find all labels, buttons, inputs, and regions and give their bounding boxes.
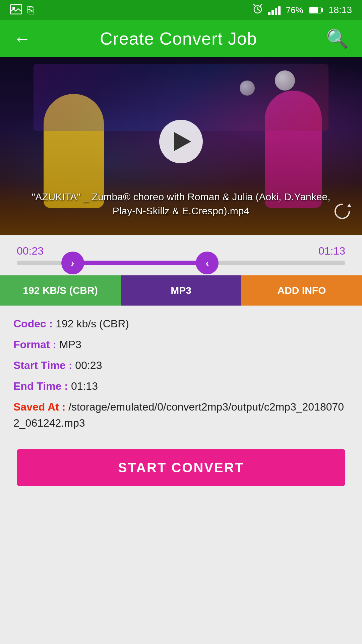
alarm-icon	[253, 4, 263, 16]
replay-button[interactable]	[333, 202, 352, 225]
bottom-area	[0, 499, 362, 644]
addinfo-button[interactable]: ADD INFO	[241, 275, 362, 306]
info-section: Codec : 192 kb/s (CBR) Format : MP3 Star…	[0, 306, 362, 446]
savedat-row: Saved At : /storage/emulated/0/convert2m…	[13, 399, 349, 431]
starttime-label: Start Time :	[13, 359, 72, 371]
action-buttons: 192 KB/S (CBR) MP3 ADD INFO	[0, 275, 362, 306]
chevron-right-icon: ›	[71, 257, 74, 269]
status-bar-left: ⎘	[10, 4, 34, 16]
format-value: MP3	[59, 338, 81, 351]
battery-icon	[309, 7, 323, 13]
start-convert-section: START CONVERT	[0, 446, 362, 499]
codec-row: Codec : 192 kb/s (CBR)	[13, 316, 349, 332]
play-button[interactable]	[159, 120, 203, 163]
starttime-value: 00:23	[75, 359, 102, 371]
svg-rect-0	[10, 5, 22, 14]
codec-label: Codec :	[13, 318, 53, 330]
play-icon	[174, 132, 191, 151]
endtime-value: 01:13	[71, 380, 98, 392]
slider-thumb-start[interactable]: ›	[61, 252, 84, 274]
page-title: Create Convert Job	[100, 29, 257, 49]
status-bar: ⎘ 76% 18:13	[0, 0, 362, 20]
end-time-label: 01:13	[318, 245, 345, 257]
starttime-row: Start Time : 00:23	[13, 357, 349, 373]
chevron-left-icon: ‹	[205, 257, 209, 269]
format-row: Format : MP3	[13, 336, 349, 353]
status-bar-right: 76% 18:13	[253, 4, 352, 16]
svg-line-5	[254, 4, 255, 6]
slider-track[interactable]: › ‹	[17, 261, 345, 265]
video-player[interactable]: "AZUKITA" _ Zumba® choreo with Roman & J…	[0, 57, 362, 235]
savedat-label: Saved At :	[13, 401, 65, 413]
codec-button[interactable]: 192 KB/S (CBR)	[0, 275, 121, 306]
start-time-label: 00:23	[17, 245, 44, 257]
svg-marker-7	[347, 204, 351, 207]
search-button[interactable]: 🔍	[326, 28, 349, 49]
gallery-icon	[10, 4, 22, 16]
back-button[interactable]: ←	[13, 29, 31, 49]
svg-line-6	[260, 4, 262, 6]
start-convert-button[interactable]: START CONVERT	[17, 449, 345, 486]
endtime-row: End Time : 01:13	[13, 378, 349, 394]
battery-percent: 76%	[286, 5, 303, 15]
slider-fill	[76, 261, 207, 265]
headphone-icon: ⎘	[27, 4, 34, 16]
video-title: "AZUKITA" _ Zumba® choreo with Roman & J…	[0, 190, 362, 218]
slider-thumb-end[interactable]: ‹	[196, 252, 219, 274]
format-button[interactable]: MP3	[121, 275, 241, 306]
format-label: Format :	[13, 338, 56, 351]
signal-icon	[268, 5, 281, 15]
svg-line-4	[258, 9, 259, 10]
endtime-label: End Time :	[13, 380, 68, 392]
toolbar: ← Create Convert Job 🔍	[0, 20, 362, 57]
time-range-section: 00:23 01:13 › ‹	[0, 235, 362, 275]
codec-value: 192 kb/s (CBR)	[56, 318, 129, 330]
time-display: 18:13	[328, 5, 352, 15]
